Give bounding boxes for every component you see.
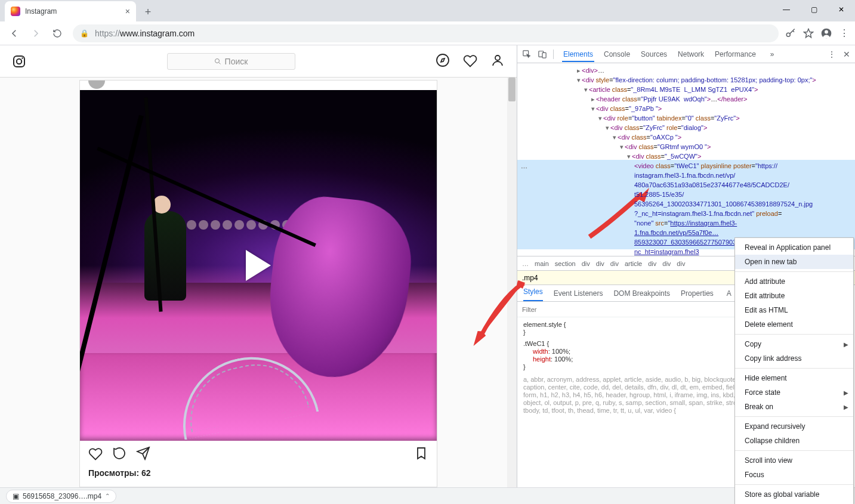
inspect-element-icon[interactable] <box>522 50 532 59</box>
new-tab-button[interactable]: + <box>140 4 156 20</box>
ctx-hide-element[interactable]: Hide element <box>735 371 853 385</box>
nav-reload-icon[interactable] <box>48 24 67 43</box>
url-text: https://www.instagram.com <box>95 29 195 38</box>
address-bar: 🔒 https://www.instagram.com ⋮ <box>0 21 855 45</box>
views-count: Просмотры: 62 <box>80 468 437 484</box>
comment-bubble-icon[interactable] <box>112 446 126 463</box>
ctx-copy-link[interactable]: Copy link address <box>735 351 853 366</box>
ctx-break-on[interactable]: Break on▶ <box>735 400 853 414</box>
devtools-menu-icon[interactable]: ⋮ <box>828 50 836 59</box>
subtab-dombp[interactable]: DOM Breakpoints <box>613 289 670 298</box>
post-header-slice <box>80 81 437 90</box>
chevron-up-icon[interactable]: ⌃ <box>105 493 110 499</box>
instagram-logo-icon[interactable] <box>12 54 26 69</box>
ctx-collapse[interactable]: Collapse children <box>735 434 853 448</box>
svg-point-4 <box>17 58 21 63</box>
window-controls: — ▢ ✕ <box>773 0 855 19</box>
tab-performance[interactable]: Performance <box>714 47 757 62</box>
address-input[interactable]: 🔒 https://www.instagram.com <box>73 24 779 42</box>
nav-forward-icon[interactable] <box>26 24 45 43</box>
ctx-edit-attribute[interactable]: Edit attribute <box>735 289 853 303</box>
devtools-close-icon[interactable]: ✕ <box>843 50 850 59</box>
profile-avatar-icon[interactable] <box>820 27 832 39</box>
activity-heart-icon[interactable] <box>463 53 477 70</box>
svg-point-0 <box>786 33 790 36</box>
ctx-expand[interactable]: Expand recursively <box>735 419 853 434</box>
tab-close-icon[interactable]: × <box>125 7 130 16</box>
instagram-page: Поиск <box>0 45 517 487</box>
page-scrollbar[interactable] <box>507 78 517 487</box>
chrome-menu-icon[interactable]: ⋮ <box>838 27 850 39</box>
explore-compass-icon[interactable] <box>436 53 450 70</box>
tab-elements[interactable]: Elements <box>562 47 594 62</box>
nav-back-icon[interactable] <box>5 24 24 43</box>
profile-icon[interactable] <box>490 53 505 70</box>
post-actions <box>80 441 437 468</box>
ctx-scroll-view[interactable]: Scroll into view <box>735 453 853 468</box>
tab-sources[interactable]: Sources <box>640 47 668 62</box>
window-close-icon[interactable]: ✕ <box>828 0 855 19</box>
window-titlebar: Instagram × + — ▢ ✕ <box>0 0 855 21</box>
tab-console[interactable]: Console <box>603 47 631 62</box>
ctx-edit-html[interactable]: Edit as HTML <box>735 303 853 317</box>
downloads-bar: ▣ 56915658_23096….mp4 ⌃ <box>0 487 855 504</box>
download-chip[interactable]: ▣ 56915658_23096….mp4 ⌃ <box>6 490 116 503</box>
dom-tree[interactable]: ⋯ ▸<div>… ▾<div style="flex-direction: c… <box>517 63 855 256</box>
instagram-header: Поиск <box>0 45 517 78</box>
save-bookmark-icon[interactable] <box>414 446 428 463</box>
like-heart-icon[interactable] <box>88 446 103 463</box>
lock-icon: 🔒 <box>80 29 89 38</box>
browser-tabs: Instagram × + <box>0 0 156 21</box>
ctx-store-global[interactable]: Store as global variable <box>735 487 853 502</box>
ctx-delete-element[interactable]: Delete element <box>735 317 853 332</box>
post-card: Просмотры: 62 <box>79 80 437 487</box>
subtab-properties[interactable]: Properties <box>681 289 714 298</box>
subtab-styles[interactable]: Styles <box>523 285 543 301</box>
ctx-copy[interactable]: Copy▶ <box>735 337 853 351</box>
bookmark-star-icon[interactable] <box>802 27 814 39</box>
svg-point-6 <box>215 58 219 63</box>
search-icon <box>214 58 221 65</box>
ctx-focus[interactable]: Focus <box>735 468 853 482</box>
svg-point-2 <box>825 30 828 33</box>
content-area: Поиск <box>0 45 855 487</box>
svg-rect-11 <box>542 52 546 58</box>
tabs-overflow-icon[interactable]: » <box>770 50 774 58</box>
ctx-reveal-app[interactable]: Reveal in Application panel <box>735 240 853 255</box>
context-menu: Reveal in Application panel Open in new … <box>734 237 854 504</box>
ctx-open-new-tab[interactable]: Open in new tab <box>735 255 853 269</box>
play-icon[interactable] <box>246 250 271 281</box>
avatar[interactable] <box>88 81 105 89</box>
tab-network[interactable]: Network <box>677 47 705 62</box>
instagram-favicon <box>11 7 20 16</box>
devtools-toolbar: Elements Console Sources Network Perform… <box>517 45 855 63</box>
svg-point-8 <box>495 55 500 60</box>
window-maximize-icon[interactable]: ▢ <box>800 0 828 19</box>
browser-tab-active[interactable]: Instagram × <box>5 1 136 21</box>
post-video[interactable] <box>80 90 437 441</box>
password-key-icon[interactable] <box>785 27 797 39</box>
instagram-feed[interactable]: Просмотры: 62 <box>0 78 517 487</box>
ctx-add-attribute[interactable]: Add attribute <box>735 274 853 289</box>
devtools-tabs: Elements Console Sources Network Perform… <box>562 47 774 62</box>
download-filename: 56915658_23096….mp4 <box>23 492 101 500</box>
tab-title: Instagram <box>25 7 57 16</box>
share-plane-icon[interactable] <box>136 446 150 463</box>
window-minimize-icon[interactable]: — <box>773 0 800 19</box>
svg-point-7 <box>437 54 449 66</box>
file-video-icon: ▣ <box>13 492 19 500</box>
subtab-listeners[interactable]: Event Listeners <box>554 289 603 298</box>
instagram-search-input[interactable]: Поиск <box>167 53 295 70</box>
svg-point-5 <box>21 57 23 58</box>
ctx-force-state[interactable]: Force state▶ <box>735 385 853 400</box>
instagram-nav <box>436 53 505 70</box>
search-placeholder: Поиск <box>225 57 248 66</box>
device-toggle-icon[interactable] <box>538 50 547 59</box>
